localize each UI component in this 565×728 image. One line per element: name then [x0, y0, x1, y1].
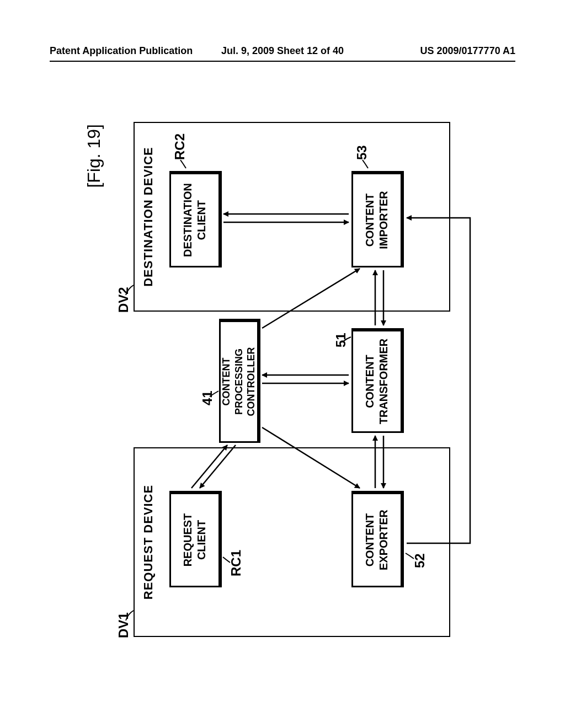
destination-client-block: DESTINATIONCLIENT	[169, 171, 222, 267]
figure-19-diagram: [Fig. 19] REQUEST DEVICE DV1 DESTINATION…	[84, 102, 481, 654]
dv1-tag: DV1	[116, 612, 131, 638]
header-right: US 2009/0177770 A1	[420, 45, 515, 57]
page-header: Patent Application Publication Jul. 9, 2…	[0, 45, 565, 57]
content-importer-block: CONTENTIMPORTER	[351, 171, 404, 267]
cpc-tag: 41	[200, 390, 215, 405]
header-rule	[50, 61, 515, 62]
rc1-tag: RC1	[228, 550, 244, 576]
content-importer-label: CONTENTIMPORTER	[363, 191, 391, 249]
page-body: [Fig. 19] REQUEST DEVICE DV1 DESTINATION…	[50, 72, 515, 684]
content-transformer-label: CONTENTTRANSFORMER	[363, 339, 391, 425]
content-exporter-block: CONTENTEXPORTER	[351, 491, 404, 587]
header-left: Patent Application Publication	[50, 45, 193, 57]
ce-tag: 52	[412, 553, 428, 568]
content-transformer-block: CONTENTTRANSFORMER	[351, 328, 404, 433]
request-client-block: REQUESTCLIENT	[169, 491, 222, 587]
destination-client-label: DESTINATIONCLIENT	[181, 183, 209, 257]
content-exporter-label: CONTENTEXPORTER	[363, 510, 391, 570]
rc2-tag: RC2	[172, 133, 188, 160]
content-processing-controller-block: CONTENT PROCESSINGCONTROLLER	[219, 319, 260, 443]
ct-tag: 51	[333, 333, 349, 347]
dv2-tag: DV2	[116, 287, 131, 313]
destination-device-title: DESTINATION DEVICE	[141, 123, 156, 311]
ci-tag: 53	[354, 145, 370, 160]
header-center: Jul. 9, 2009 Sheet 12 of 40	[221, 45, 344, 57]
request-client-label: REQUESTCLIENT	[181, 513, 209, 567]
diagram-canvas: [Fig. 19] REQUEST DEVICE DV1 DESTINATION…	[84, 102, 481, 654]
figure-label: [Fig. 19]	[84, 124, 104, 188]
request-device-title: REQUEST DEVICE	[141, 448, 156, 636]
content-processing-controller-label: CONTENT PROCESSINGCONTROLLER	[220, 324, 258, 439]
